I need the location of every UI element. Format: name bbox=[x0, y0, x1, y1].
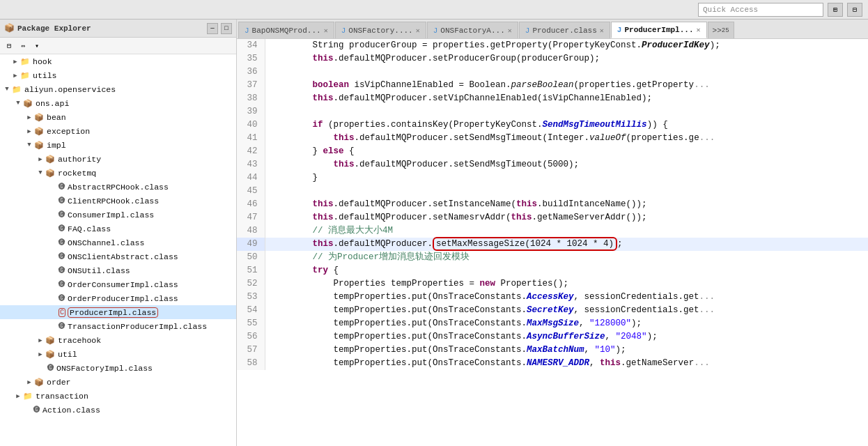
tree-label-onschannel: ONSChannel.class bbox=[68, 238, 144, 247]
tab-close-onsa[interactable]: ✕ bbox=[508, 26, 512, 35]
code-line-57: 57 tempProperties.put(OnsTraceConstants.… bbox=[237, 344, 868, 357]
tree-item-exception[interactable]: ▶ 📦 exception bbox=[0, 124, 236, 138]
tree-item-impl[interactable]: ▼ 📦 impl bbox=[0, 138, 236, 152]
code-line-49: 49 this.defaultMQProducer.setMaxMessageS… bbox=[237, 238, 868, 251]
tab-onsa[interactable]: J ONSFactoryA... ✕ bbox=[427, 22, 518, 38]
tree-item-utils[interactable]: ▶ 📁 utils bbox=[0, 68, 236, 82]
expand-onsclientabstract: ▶ bbox=[50, 252, 59, 261]
toolbar-icon-1[interactable]: ⊞ bbox=[828, 3, 843, 17]
expand-order[interactable]: ▶ bbox=[25, 378, 33, 386]
tree-item-hook[interactable]: ▶ 📁 hook bbox=[0, 54, 236, 68]
toolbar-icon-2[interactable]: ⊟ bbox=[847, 3, 862, 17]
expand-utils[interactable]: ▶ bbox=[11, 71, 20, 79]
line-content-37: boolean isVipChannelEnabled = Boolean.pa… bbox=[265, 79, 868, 92]
tree-item-util[interactable]: ▶ 📦 util bbox=[0, 347, 236, 361]
tab-icon-ons: J bbox=[341, 26, 346, 35]
tree-item-orderconsumerimpl[interactable]: ▶ 🅒 OrderConsumerImpl.class bbox=[0, 277, 236, 291]
expand-tracehook[interactable]: ▶ bbox=[36, 336, 45, 344]
line-num-41: 41 bbox=[237, 132, 265, 145]
tree-item-transaction[interactable]: ▶ 📁 transaction bbox=[0, 389, 236, 403]
expand-transaction[interactable]: ▶ bbox=[14, 392, 22, 400]
tab-bar: J BapONSMQProd... ✕ J ONSFactory.... ✕ J… bbox=[237, 20, 868, 39]
expand-exception[interactable]: ▶ bbox=[25, 127, 33, 135]
expand-bean[interactable]: ▶ bbox=[25, 113, 33, 121]
expand-transactionproducerimpl: ▶ bbox=[50, 322, 59, 330]
tree-item-orderproducerimpl[interactable]: ▶ 🅒 OrderProducerImpl.class bbox=[0, 291, 236, 305]
tree-label-orderproducerimpl: OrderProducerImpl.class bbox=[68, 294, 178, 303]
tree-item-authority[interactable]: ▶ 📦 authority bbox=[0, 152, 236, 166]
tree-label-orderconsumerimpl: OrderConsumerImpl.class bbox=[68, 280, 178, 289]
tree-item-bean[interactable]: ▶ 📦 bean bbox=[0, 110, 236, 124]
expand-action: ▶ bbox=[25, 406, 33, 414]
line-content-34: String producerGroup = properties.getPro… bbox=[265, 39, 868, 52]
expand-aliyun[interactable]: ▼ bbox=[3, 85, 11, 93]
expand-util[interactable]: ▶ bbox=[36, 350, 45, 358]
tab-ons[interactable]: J ONSFactory.... ✕ bbox=[335, 22, 426, 38]
tab-close-ons[interactable]: ✕ bbox=[416, 26, 420, 35]
expand-producerimpl: ▶ bbox=[50, 308, 59, 316]
sidebar-title: Package Explorer bbox=[17, 24, 204, 33]
code-line-40: 40 if (properties.containsKey(PropertyKe… bbox=[237, 118, 868, 132]
tree-item-consumerimpl[interactable]: ▶ 🅒 ConsumerImpl.class bbox=[0, 208, 236, 222]
tree-item-abstractrpc[interactable]: ▶ 🅒 AbstractRPCHook.class bbox=[0, 180, 236, 194]
line-content-50: // 为Producer增加消息轨迹回发模块 bbox=[265, 251, 868, 264]
tree-item-onsfactoryimpl[interactable]: ▶ 🅒 ONSFactoryImpl.class bbox=[0, 361, 236, 375]
tree-item-aliyun[interactable]: ▼ 📁 aliyun.openservices bbox=[0, 82, 236, 96]
tree-item-faq[interactable]: ▶ 🅒 FAQ.class bbox=[0, 222, 236, 236]
tab-producerimpl[interactable]: J ProducerImpl... ✕ bbox=[611, 22, 707, 38]
tab-icon-bap: J bbox=[245, 26, 249, 35]
tree-item-action[interactable]: ▶ 🅒 Action.class bbox=[0, 403, 236, 417]
tree-item-transactionproducerimpl[interactable]: ▶ 🅒 TransactionProducerImpl.class bbox=[0, 319, 236, 333]
tree-label-authority: authority bbox=[58, 155, 101, 164]
expand-rocketmq[interactable]: ▼ bbox=[36, 169, 45, 177]
link-with-editor-btn[interactable]: ⇔ bbox=[17, 40, 29, 52]
tree-item-onsapi[interactable]: ▼ 📦 ons.api bbox=[0, 96, 236, 110]
tree-item-producerimpl[interactable]: ▶ C ProducerImpl.class bbox=[0, 305, 236, 319]
expand-impl[interactable]: ▼ bbox=[25, 141, 33, 149]
tree-label-action: Action.class bbox=[42, 406, 100, 415]
line-content-42: } else { bbox=[265, 145, 868, 158]
expand-hook[interactable]: ▶ bbox=[11, 57, 20, 66]
expand-authority[interactable]: ▶ bbox=[36, 155, 45, 163]
sidebar-minimize-btn[interactable]: — bbox=[207, 23, 218, 34]
sidebar-tree[interactable]: ▶ 📁 hook ▶ 📁 utils ▼ 📁 aliyun.openservic… bbox=[0, 54, 236, 446]
expand-consumerimpl: ▶ bbox=[50, 210, 59, 219]
code-editor[interactable]: 34 String producerGroup = properties.get… bbox=[237, 39, 868, 446]
line-content-54: tempProperties.put(OnsTraceConstants.Sec… bbox=[265, 304, 868, 317]
line-num-51: 51 bbox=[237, 264, 265, 277]
code-line-39: 39 bbox=[237, 105, 868, 118]
expand-onsapi[interactable]: ▼ bbox=[14, 99, 22, 107]
code-line-34: 34 String producerGroup = properties.get… bbox=[237, 39, 868, 52]
sidebar-maximize-btn[interactable]: □ bbox=[221, 23, 232, 34]
tree-item-order[interactable]: ▶ 📦 order bbox=[0, 375, 236, 389]
tab-bap[interactable]: J BapONSMQProd... ✕ bbox=[238, 22, 334, 38]
tree-item-clientrpc[interactable]: ▶ 🅒 ClientRPCHook.class bbox=[0, 194, 236, 208]
tab-close-producerimpl[interactable]: ✕ bbox=[697, 26, 701, 34]
class-icon-abstractrpc: 🅒 bbox=[59, 183, 65, 191]
tab-close-producer[interactable]: ✕ bbox=[600, 26, 604, 35]
tab-overflow-label: >> bbox=[713, 26, 722, 35]
package-icon-rocketmq: 📦 bbox=[45, 167, 56, 178]
expand-faq: ▶ bbox=[50, 224, 59, 233]
class-icon-onsclientabstract: 🅒 bbox=[59, 252, 65, 261]
expand-onsutil: ▶ bbox=[50, 266, 59, 275]
tab-close-bap[interactable]: ✕ bbox=[324, 26, 328, 35]
tree-item-onschannel[interactable]: ▶ 🅒 ONSChannel.class bbox=[0, 236, 236, 249]
tab-icon-producer: J bbox=[525, 26, 530, 35]
tree-item-onsclientabstract[interactable]: ▶ 🅒 ONSClientAbstract.class bbox=[0, 249, 236, 263]
tree-item-onsutil[interactable]: ▶ 🅒 ONSUtil.class bbox=[0, 263, 236, 277]
tree-item-tracehook[interactable]: ▶ 📦 tracehook bbox=[0, 333, 236, 347]
quick-access-input[interactable]: Quick Access bbox=[698, 3, 823, 17]
collapse-all-btn[interactable]: ⊟ bbox=[3, 40, 15, 52]
tree-item-rocketmq[interactable]: ▼ 📦 rocketmq bbox=[0, 166, 236, 180]
code-line-56: 56 tempProperties.put(OnsTraceConstants.… bbox=[237, 330, 868, 344]
package-icon-onsapi: 📦 bbox=[22, 98, 33, 109]
view-menu-btn[interactable]: ▾ bbox=[31, 40, 43, 52]
package-icon-bean: 📦 bbox=[33, 112, 45, 123]
tab-overflow[interactable]: >> 25 bbox=[708, 22, 734, 38]
line-content-57: tempProperties.put(OnsTraceConstants.Max… bbox=[265, 344, 868, 357]
tree-label-tracehook: tracehook bbox=[58, 336, 101, 345]
code-line-43: 43 this.defaultMQProducer.setSendMsgTime… bbox=[237, 158, 868, 171]
class-icon-orderconsumerimpl: 🅒 bbox=[59, 280, 65, 289]
tab-producer[interactable]: J Producer.class ✕ bbox=[519, 22, 610, 38]
